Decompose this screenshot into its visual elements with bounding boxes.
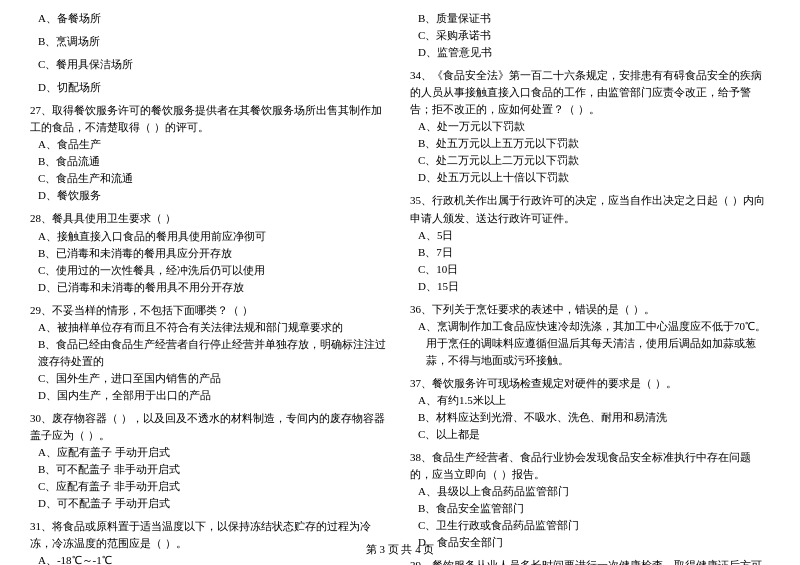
q29-c: C、国外生产，进口至国内销售的产品 [30, 370, 390, 387]
q28-a: A、接触直接入口食品的餐用具使用前应净彻可 [30, 228, 390, 245]
q35-a: A、5日 [410, 227, 770, 244]
q35-c: C、10日 [410, 261, 770, 278]
q38-text: 38、食品生产经营者、食品行业协会发现食品安全标准执行中存在问题的，应当立即向（… [410, 449, 770, 483]
q35-text: 35、行政机关作出属于行政许可的决定，应当自作出决定之日起（ ）内向申请人颁发、… [410, 192, 770, 226]
q36-a: A、烹调制作加工食品应快速冷却洗涤，其加工中心温度应不低于70℃。 [410, 318, 770, 335]
q34-d: D、处五万元以上十倍以下罚款 [410, 169, 770, 186]
q28-text: 28、餐具具使用卫生要求（ ） [30, 210, 390, 227]
q30-b: B、可不配盖子 非手动开启式 [30, 461, 390, 478]
q38-c: C、卫生行政或食品药品监管部门 [410, 517, 770, 534]
q34-text: 34、《食品安全法》第一百二十六条规定，安排患有有碍食品安全的疾病的人员从事接触… [410, 67, 770, 118]
q39-text: 39、餐饮服务从业人员多长时间要进行一次健康检查，取得健康证后方可参加工作：（ … [410, 557, 770, 565]
q37-text: 37、餐饮服务许可现场检查规定对硬件的要求是（ ）。 [410, 375, 770, 392]
page-number: 第 3 页 共 4 页 [366, 543, 435, 555]
option-b-cont: B、质量保证书 C、采购承诺书 D、监管意见书 [410, 10, 770, 61]
q27-text: 27、取得餐饮服务许可的餐饮服务提供者在其餐饮服务场所出售其制作加工的食品，不清… [30, 102, 390, 136]
q29-b: B、食品已经由食品生产经营者自行停止经营并单独存放，明确标注注过渡存待处置的 [30, 336, 390, 370]
option-c-backup: C、餐用具保洁场所 [30, 56, 390, 73]
question-27: 27、取得餐饮服务许可的餐饮服务提供者在其餐饮服务场所出售其制作加工的食品，不清… [30, 102, 390, 204]
q35-b: B、7日 [410, 244, 770, 261]
q27-c: C、食品生产和流通 [30, 170, 390, 187]
question-37: 37、餐饮服务许可现场检查规定对硬件的要求是（ ）。 A、有约1.5米以上 B、… [410, 375, 770, 443]
option-b-backup: B、烹调场所 [30, 33, 390, 50]
question-30: 30、废存物容器（ ），以及回及不透水的材料制造，专间内的废存物容器盖子应为（ … [30, 410, 390, 512]
right-column: B、质量保证书 C、采购承诺书 D、监管意见书 34、《食品安全法》第一百二十六… [410, 10, 770, 565]
option-text: C、采购承诺书 [410, 27, 770, 44]
q35-d: D、15日 [410, 278, 770, 295]
option-text: D、切配场所 [30, 79, 390, 96]
q30-d: D、可不配盖子 手动开启式 [30, 495, 390, 512]
option-text: C、餐用具保洁场所 [30, 56, 390, 73]
option-d-backup: D、切配场所 [30, 79, 390, 96]
q27-a: A、食品生产 [30, 136, 390, 153]
q36-b: 用于烹任的调味料应遵循但温后其每天清洁，使用后调品如加蒜或葱蒜，不得与地面或污环… [410, 335, 770, 369]
q28-b: B、已消毒和未消毒的餐用具应分开存放 [30, 245, 390, 262]
question-39: 39、餐饮服务从业人员多长时间要进行一次健康检查，取得健康证后方可参加工作：（ … [410, 557, 770, 565]
q29-a: A、被抽样单位存有而且不符合有关法律法规和部门规章要求的 [30, 319, 390, 336]
question-28: 28、餐具具使用卫生要求（ ） A、接触直接入口食品的餐用具使用前应净彻可 B、… [30, 210, 390, 295]
q27-b: B、食品流通 [30, 153, 390, 170]
q36-text: 36、下列关于烹饪要求的表述中，错误的是（ ）。 [410, 301, 770, 318]
question-38: 38、食品生产经营者、食品行业协会发现食品安全标准执行中存在问题的，应当立即向（… [410, 449, 770, 551]
q38-a: A、县级以上食品药品监管部门 [410, 483, 770, 500]
q38-b: B、食品安全监管部门 [410, 500, 770, 517]
q37-c: C、以上都是 [410, 426, 770, 443]
q30-a: A、应配有盖子 手动开启式 [30, 444, 390, 461]
option-text: D、监管意见书 [410, 44, 770, 61]
option-text: B、质量保证书 [410, 10, 770, 27]
option-text: A、备餐场所 [30, 10, 390, 27]
q37-a: A、有约1.5米以上 [410, 392, 770, 409]
q29-d: D、国内生产，全部用于出口的产品 [30, 387, 390, 404]
question-34: 34、《食品安全法》第一百二十六条规定，安排患有有碍食品安全的疾病的人员从事接触… [410, 67, 770, 186]
q28-d: D、已消毒和未消毒的餐用具不用分开存放 [30, 279, 390, 296]
option-text: B、烹调场所 [30, 33, 390, 50]
left-column: A、备餐场所 B、烹调场所 C、餐用具保洁场所 D、切配场所 27、取得餐饮服务… [30, 10, 390, 565]
q34-a: A、处一万元以下罚款 [410, 118, 770, 135]
q34-c: C、处二万元以上二万元以下罚款 [410, 152, 770, 169]
question-35: 35、行政机关作出属于行政许可的决定，应当自作出决定之日起（ ）内向申请人颁发、… [410, 192, 770, 294]
exam-page: A、备餐场所 B、烹调场所 C、餐用具保洁场所 D、切配场所 27、取得餐饮服务… [0, 0, 800, 565]
q29-text: 29、不妥当样的情形，不包括下面哪类？（ ） [30, 302, 390, 319]
content-columns: A、备餐场所 B、烹调场所 C、餐用具保洁场所 D、切配场所 27、取得餐饮服务… [30, 10, 770, 565]
q34-b: B、处五万元以上五万元以下罚款 [410, 135, 770, 152]
question-29: 29、不妥当样的情形，不包括下面哪类？（ ） A、被抽样单位存有而且不符合有关法… [30, 302, 390, 404]
q27-d: D、餐饮服务 [30, 187, 390, 204]
question-36: 36、下列关于烹饪要求的表述中，错误的是（ ）。 A、烹调制作加工食品应快速冷却… [410, 301, 770, 369]
q30-text: 30、废存物容器（ ），以及回及不透水的材料制造，专间内的废存物容器盖子应为（ … [30, 410, 390, 444]
page-footer: 第 3 页 共 4 页 [30, 542, 770, 557]
option-a-backup: A、备餐场所 [30, 10, 390, 27]
q30-c: C、应配有盖子 非手动开启式 [30, 478, 390, 495]
q37-b: B、材料应达到光滑、不吸水、洗色、耐用和易清洗 [410, 409, 770, 426]
q28-c: C、使用过的一次性餐具，经冲洗后仍可以使用 [30, 262, 390, 279]
